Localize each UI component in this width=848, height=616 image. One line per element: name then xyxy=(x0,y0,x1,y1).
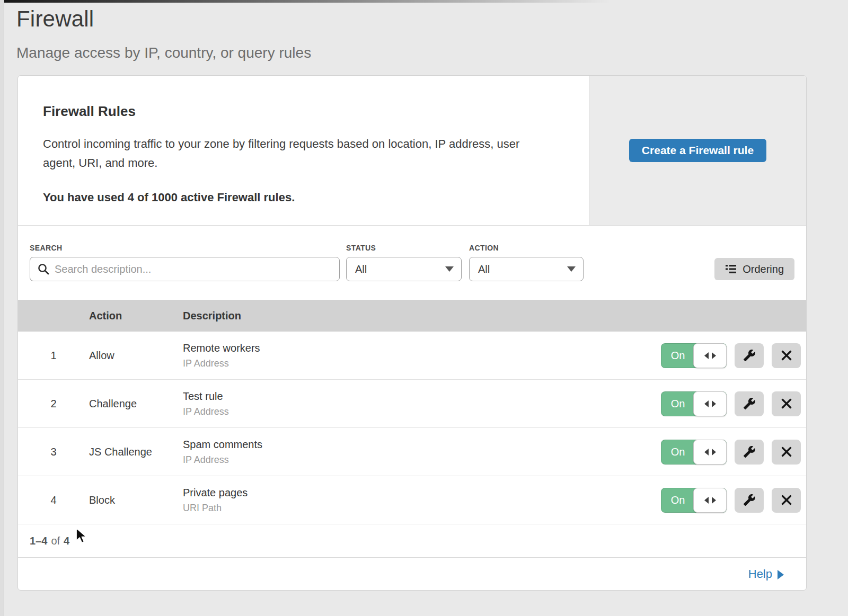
search-input[interactable] xyxy=(30,257,340,281)
rule-controls: On xyxy=(637,391,806,416)
action-filter-group: ACTION All xyxy=(469,244,584,281)
search-field-wrap xyxy=(30,257,340,281)
column-header-action: Action xyxy=(89,310,183,322)
delete-rule-button[interactable] xyxy=(772,440,801,465)
rule-description-cell: Test rule IP Address xyxy=(183,390,637,417)
screen-top-edge xyxy=(0,0,848,3)
rule-number: 2 xyxy=(18,398,89,410)
rule-controls: On xyxy=(637,343,806,368)
page-header: Firewall Manage access by IP, country, o… xyxy=(0,0,848,61)
edit-rule-button[interactable] xyxy=(735,343,764,368)
rule-match-type: URI Path xyxy=(183,503,637,514)
ordering-button-label: Ordering xyxy=(743,263,784,275)
rule-match-type: IP Address xyxy=(183,454,637,466)
rule-enabled-toggle[interactable]: On xyxy=(661,343,727,368)
rule-enabled-toggle[interactable]: On xyxy=(661,488,727,513)
toggle-on-label: On xyxy=(661,344,694,368)
table-header: Action Description xyxy=(18,300,806,332)
table-row: 4 Block Private pages URI Path On xyxy=(18,476,806,524)
left-right-arrows-icon[interactable] xyxy=(693,391,727,416)
firewall-rules-panel: Firewall Rules Control incoming traffic … xyxy=(17,75,807,591)
delete-rule-button[interactable] xyxy=(772,391,801,416)
rule-description: Spam comments xyxy=(183,439,637,451)
rule-controls: On xyxy=(637,488,806,513)
rules-summary-section: Firewall Rules Control incoming traffic … xyxy=(18,76,806,226)
chevron-down-icon xyxy=(445,266,454,272)
screen-left-edge xyxy=(0,0,4,616)
wrench-icon xyxy=(743,397,756,410)
result-of: of xyxy=(51,535,60,547)
rule-description-cell: Remote workers IP Address xyxy=(183,342,637,369)
column-header-description: Description xyxy=(183,310,637,322)
chevron-down-icon xyxy=(567,266,576,272)
rule-description: Test rule xyxy=(183,390,637,403)
rule-controls: On xyxy=(637,440,806,465)
edit-rule-button[interactable] xyxy=(735,391,764,416)
pagination-summary: 1–4 of 4 xyxy=(18,524,806,557)
table-row: 2 Challenge Test rule IP Address On xyxy=(18,380,806,428)
status-selected-value: All xyxy=(355,263,367,275)
delete-rule-button[interactable] xyxy=(772,343,801,368)
x-icon xyxy=(781,398,792,409)
help-row: Help xyxy=(18,557,806,590)
result-total: 4 xyxy=(64,535,69,547)
filter-bar: SEARCH STATUS All ACTION All xyxy=(18,226,806,300)
status-filter-group: STATUS All xyxy=(346,244,462,281)
rule-action: Challenge xyxy=(89,398,183,410)
status-select[interactable]: All xyxy=(346,257,462,281)
search-icon xyxy=(38,263,49,275)
table-row: 3 JS Challenge Spam comments IP Address … xyxy=(18,428,806,476)
left-right-arrows-icon[interactable] xyxy=(693,440,727,465)
right-triangle-icon xyxy=(778,570,784,579)
rules-intro: Firewall Rules Control incoming traffic … xyxy=(18,76,589,225)
edit-rule-button[interactable] xyxy=(735,440,764,465)
wrench-icon xyxy=(743,445,756,458)
action-label: ACTION xyxy=(469,244,584,252)
toggle-on-label: On xyxy=(661,488,694,512)
help-link[interactable]: Help xyxy=(748,567,784,581)
search-filter-group: SEARCH xyxy=(30,244,340,281)
rule-enabled-toggle[interactable]: On xyxy=(661,440,727,465)
rule-number: 4 xyxy=(18,494,89,506)
rule-match-type: IP Address xyxy=(183,358,637,369)
page-title: Firewall xyxy=(16,6,848,32)
status-label: STATUS xyxy=(346,244,462,252)
search-label: SEARCH xyxy=(30,244,340,252)
toggle-on-label: On xyxy=(661,440,694,464)
rule-action: JS Challenge xyxy=(89,446,183,458)
ordered-list-icon xyxy=(725,264,737,274)
rules-description: Control incoming traffic to your zone by… xyxy=(43,135,552,173)
result-range: 1–4 xyxy=(30,535,47,547)
create-firewall-rule-button[interactable]: Create a Firewall rule xyxy=(629,139,766,162)
rule-description: Remote workers xyxy=(183,342,637,354)
wrench-icon xyxy=(743,494,756,506)
x-icon xyxy=(781,447,792,457)
rule-action: Allow xyxy=(89,350,183,362)
rule-number: 1 xyxy=(18,350,89,362)
rule-action: Block xyxy=(89,494,183,506)
ordering-button[interactable]: Ordering xyxy=(714,258,794,280)
create-rule-area: Create a Firewall rule xyxy=(589,76,806,225)
rule-number: 3 xyxy=(18,446,89,458)
rule-description-cell: Private pages URI Path xyxy=(183,487,637,514)
rule-description-cell: Spam comments IP Address xyxy=(183,439,637,466)
rules-usage-count: You have used 4 of 1000 active Firewall … xyxy=(43,191,552,204)
rule-enabled-toggle[interactable]: On xyxy=(661,391,727,416)
toggle-on-label: On xyxy=(661,392,694,416)
x-icon xyxy=(781,495,792,505)
rule-description: Private pages xyxy=(183,487,637,499)
x-icon xyxy=(781,350,792,361)
help-link-label: Help xyxy=(748,567,772,581)
wrench-icon xyxy=(743,349,756,362)
left-right-arrows-icon[interactable] xyxy=(693,488,727,513)
edit-rule-button[interactable] xyxy=(735,488,764,513)
left-right-arrows-icon[interactable] xyxy=(693,343,727,368)
table-body: 1 Allow Remote workers IP Address On xyxy=(18,332,806,524)
table-row: 1 Allow Remote workers IP Address On xyxy=(18,332,806,380)
action-select[interactable]: All xyxy=(469,257,584,281)
rule-match-type: IP Address xyxy=(183,406,637,417)
rules-heading: Firewall Rules xyxy=(43,103,552,120)
delete-rule-button[interactable] xyxy=(772,488,801,513)
page-subtitle: Manage access by IP, country, or query r… xyxy=(16,44,848,61)
action-selected-value: All xyxy=(478,263,490,275)
